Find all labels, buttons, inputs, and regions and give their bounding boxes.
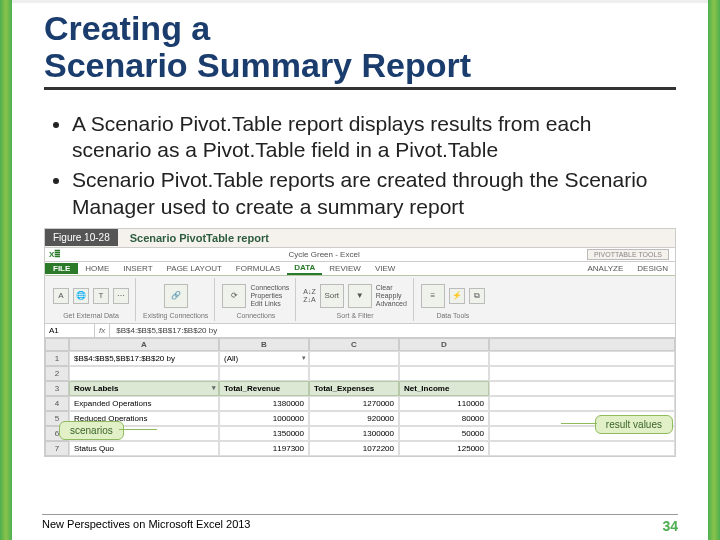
total-revenue-header[interactable]: Total_Revenue bbox=[219, 381, 309, 396]
text-to-columns-icon[interactable]: ≡ bbox=[421, 284, 445, 308]
sort-button[interactable]: Sort bbox=[320, 284, 344, 308]
value-cell[interactable]: 1350000 bbox=[219, 426, 309, 441]
bullet-item: A Scenario Pivot.Table report displays r… bbox=[72, 111, 676, 164]
tab-insert[interactable]: INSERT bbox=[116, 263, 159, 274]
figure-screenshot: Figure 10-28 Scenario PivotTable report … bbox=[44, 228, 676, 457]
tab-data[interactable]: DATA bbox=[287, 262, 322, 275]
reapply-link[interactable]: Reapply bbox=[376, 292, 407, 299]
slide-title: Creating a Scenario Summary Report bbox=[44, 10, 676, 90]
tab-design[interactable]: DESIGN bbox=[630, 263, 675, 274]
value-cell[interactable]: 80000 bbox=[399, 411, 489, 426]
pivot-filter-cell[interactable]: (All) bbox=[219, 351, 309, 366]
value-cell[interactable]: 1270000 bbox=[309, 396, 399, 411]
name-box[interactable]: A1 bbox=[45, 324, 95, 337]
title-line-1: Creating a bbox=[44, 9, 210, 47]
group-existing-connections: 🔗 Existing Connections bbox=[137, 278, 215, 321]
cell[interactable] bbox=[489, 441, 675, 456]
cell[interactable]: $B$4:$B$5,$B$17:$B$20 by bbox=[69, 351, 219, 366]
advanced-link[interactable]: Advanced bbox=[376, 300, 407, 307]
figure-tag: Figure 10-28 bbox=[45, 229, 118, 246]
from-text-icon[interactable]: T bbox=[93, 288, 109, 304]
total-expenses-header[interactable]: Total_Expenses bbox=[309, 381, 399, 396]
tab-analyze[interactable]: ANALYZE bbox=[580, 263, 630, 274]
sort-za-icon[interactable]: Z↓A bbox=[303, 296, 315, 303]
scenario-name[interactable]: Status Quo bbox=[69, 441, 219, 456]
group-get-external-data: A 🌐 T ⋯ Get External Data bbox=[47, 278, 136, 321]
col-header[interactable] bbox=[489, 338, 675, 351]
tab-formulas[interactable]: FORMULAS bbox=[229, 263, 287, 274]
group-label: Data Tools bbox=[436, 312, 469, 319]
from-other-icon[interactable]: ⋯ bbox=[113, 288, 129, 304]
cell[interactable] bbox=[399, 351, 489, 366]
cell[interactable] bbox=[309, 366, 399, 381]
formula-content[interactable]: $B$4:$B$5,$B$17:$B$20 by bbox=[110, 324, 675, 337]
col-header[interactable]: C bbox=[309, 338, 399, 351]
value-cell[interactable]: 1197300 bbox=[219, 441, 309, 456]
col-header[interactable]: B bbox=[219, 338, 309, 351]
col-header[interactable]: D bbox=[399, 338, 489, 351]
cell[interactable] bbox=[399, 366, 489, 381]
page-number: 34 bbox=[662, 518, 678, 534]
from-access-icon[interactable]: A bbox=[53, 288, 69, 304]
filter-button[interactable]: ▼ bbox=[348, 284, 372, 308]
callout-scenarios: scenarios bbox=[59, 421, 124, 440]
net-income-header[interactable]: Net_Income bbox=[399, 381, 489, 396]
value-cell[interactable]: 1072200 bbox=[309, 441, 399, 456]
col-header[interactable]: A bbox=[69, 338, 219, 351]
value-cell[interactable]: 1380000 bbox=[219, 396, 309, 411]
cell[interactable] bbox=[219, 366, 309, 381]
footer-text: New Perspectives on Microsoft Excel 2013 bbox=[42, 518, 250, 534]
tab-view[interactable]: VIEW bbox=[368, 263, 402, 274]
group-connections: ⟳ Connections Properties Edit Links Conn… bbox=[216, 278, 296, 321]
value-cell[interactable]: 110000 bbox=[399, 396, 489, 411]
excel-icon: X≣ bbox=[49, 250, 61, 259]
value-cell[interactable]: 1000000 bbox=[219, 411, 309, 426]
value-cell[interactable]: 920000 bbox=[309, 411, 399, 426]
sort-az-icon[interactable]: A↓Z bbox=[303, 288, 315, 295]
row-header[interactable]: 7 bbox=[45, 441, 69, 456]
pivottable-tools-context: PIVOTTABLE TOOLS bbox=[587, 249, 669, 260]
bullet-item: Scenario Pivot.Table reports are created… bbox=[72, 167, 676, 220]
spreadsheet-grid: A B C D 1 $B$4:$B$5,$B$17:$B$20 by (All)… bbox=[45, 338, 675, 456]
remove-duplicates-icon[interactable]: ⧉ bbox=[469, 288, 485, 304]
existing-connections-icon[interactable]: 🔗 bbox=[164, 284, 188, 308]
slide-footer: New Perspectives on Microsoft Excel 2013… bbox=[42, 514, 678, 534]
scenario-name[interactable]: Expanded Operations bbox=[69, 396, 219, 411]
row-header[interactable]: 2 bbox=[45, 366, 69, 381]
tab-review[interactable]: REVIEW bbox=[322, 263, 368, 274]
cell[interactable] bbox=[69, 366, 219, 381]
refresh-all-icon[interactable]: ⟳ bbox=[222, 284, 246, 308]
value-cell[interactable]: 1300000 bbox=[309, 426, 399, 441]
tab-page-layout[interactable]: PAGE LAYOUT bbox=[160, 263, 229, 274]
properties-link[interactable]: Properties bbox=[250, 292, 289, 299]
figure-title: Scenario PivotTable report bbox=[118, 229, 281, 247]
group-label: Sort & Filter bbox=[337, 312, 374, 319]
flash-fill-icon[interactable]: ⚡ bbox=[449, 288, 465, 304]
cell[interactable] bbox=[489, 351, 675, 366]
clear-link[interactable]: Clear bbox=[376, 284, 407, 291]
row-header[interactable]: 1 bbox=[45, 351, 69, 366]
cell[interactable] bbox=[489, 381, 675, 396]
callout-line bbox=[561, 423, 597, 424]
group-label: Existing Connections bbox=[143, 312, 208, 319]
cell[interactable] bbox=[489, 366, 675, 381]
connections-link[interactable]: Connections bbox=[250, 284, 289, 291]
cell[interactable] bbox=[489, 396, 675, 411]
row-header[interactable]: 3 bbox=[45, 381, 69, 396]
fx-icon[interactable]: fx bbox=[95, 324, 110, 337]
bullet-list: A Scenario Pivot.Table report displays r… bbox=[44, 111, 676, 220]
from-web-icon[interactable]: 🌐 bbox=[73, 288, 89, 304]
ribbon-content: A 🌐 T ⋯ Get External Data 🔗 Existing Con… bbox=[45, 276, 675, 324]
value-cell[interactable]: 125000 bbox=[399, 441, 489, 456]
tab-home[interactable]: HOME bbox=[78, 263, 116, 274]
value-cell[interactable]: 50000 bbox=[399, 426, 489, 441]
file-tab[interactable]: FILE bbox=[45, 263, 78, 274]
row-labels-header[interactable]: Row Labels bbox=[69, 381, 219, 396]
row-header[interactable]: 4 bbox=[45, 396, 69, 411]
edit-links-link[interactable]: Edit Links bbox=[250, 300, 289, 307]
workbook-name: Cycle Green - Excel bbox=[61, 250, 587, 259]
group-sort-filter: A↓Z Z↓A Sort ▼ Clear Reapply Advanced So… bbox=[297, 278, 414, 321]
ribbon-tabs: FILE HOME INSERT PAGE LAYOUT FORMULAS DA… bbox=[45, 262, 675, 276]
cell[interactable] bbox=[309, 351, 399, 366]
corner-cell[interactable] bbox=[45, 338, 69, 351]
